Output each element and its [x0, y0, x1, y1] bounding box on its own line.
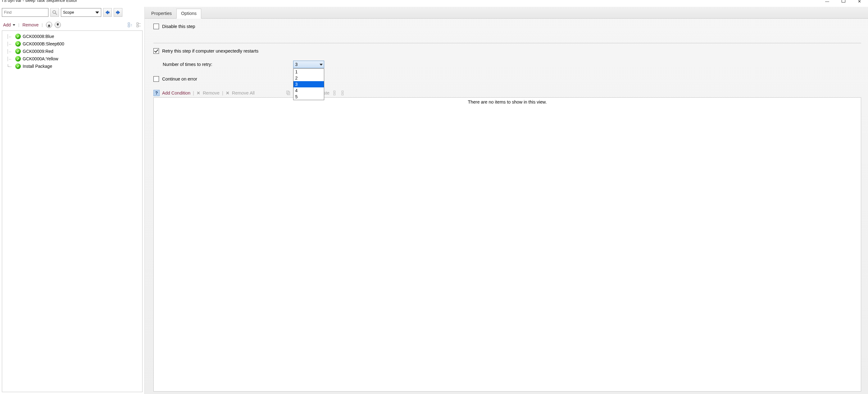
tree-connector-icon: └··· [6, 64, 15, 69]
dropdown-option[interactable]: 3 [293, 81, 324, 87]
scope-label: Scope [63, 10, 74, 15]
conditions-empty-text: There are no items to show in this view. [468, 100, 547, 105]
svg-rect-11 [334, 93, 335, 95]
tree-connector-icon: ┊··· [6, 42, 15, 46]
success-check-icon: ✓ [15, 56, 21, 62]
tree-connector-icon: ┊··· [6, 49, 15, 54]
tree-item-label: GCK00009:Red [23, 49, 54, 54]
retry-step-checkbox[interactable] [153, 48, 159, 54]
chevron-up-icon [48, 24, 50, 26]
x-icon: ✕ [196, 90, 201, 95]
add-condition-label: Add Condition [162, 90, 190, 95]
nav-forward-button[interactable] [114, 8, 122, 17]
scope-dropdown[interactable]: Scope [61, 8, 101, 17]
tree-item[interactable]: ┊··· ✓ GCK0000A:Yellow [3, 55, 141, 62]
chevron-down-icon [319, 64, 323, 66]
dropdown-option[interactable]: 5 [293, 93, 324, 100]
svg-rect-13 [342, 93, 343, 95]
remove-button[interactable]: Remove [22, 22, 38, 27]
separator: | [18, 23, 20, 27]
conditions-toolbar: ? Add Condition | ✕ Remove | ✕ Remove Al… [153, 90, 861, 96]
svg-rect-7 [287, 92, 290, 95]
continue-on-error-label: Continue on error [162, 77, 197, 82]
tree-item[interactable]: ┊··· ✓ GCK0000B:Sleep600 [3, 40, 141, 48]
chevron-down-icon [95, 11, 99, 14]
tab-properties[interactable]: Properties [147, 9, 176, 19]
tree-item[interactable]: └··· ✓ Install Package [3, 62, 141, 70]
chevron-down-icon [57, 24, 59, 26]
magnifier-icon [52, 10, 58, 15]
success-check-icon: ✓ [15, 63, 21, 69]
svg-rect-10 [334, 91, 335, 92]
collapse-all-button[interactable] [136, 22, 142, 28]
separator: | [192, 90, 195, 95]
expand-all-button[interactable] [127, 22, 133, 28]
tab-options[interactable]: Options [176, 9, 201, 19]
svg-rect-3 [128, 26, 129, 27]
tree-item[interactable]: ┊··· ✓ GCK00008:Blue [3, 33, 141, 40]
arrow-right-icon [115, 10, 121, 15]
success-check-icon: ✓ [15, 34, 21, 39]
tree-connector-icon: ┊··· [6, 57, 15, 61]
x-icon: ✕ [226, 90, 230, 95]
arrow-left-icon [105, 10, 110, 15]
add-condition-button[interactable]: Add Condition [162, 90, 190, 95]
step-tree[interactable]: ┊··· ✓ GCK00008:Blue ┊··· ✓ GCK0000B:Sle… [2, 30, 143, 392]
copy-icon [285, 90, 291, 96]
dropdown-option[interactable]: 4 [293, 87, 324, 93]
dropdown-option[interactable]: 2 [293, 75, 324, 81]
move-down-button[interactable] [55, 22, 61, 28]
minimize-button[interactable]: — [825, 0, 829, 4]
svg-point-0 [53, 10, 56, 13]
svg-rect-4 [137, 23, 138, 24]
options-form: Disable this step [153, 24, 861, 43]
svg-rect-12 [342, 91, 343, 92]
tree-collapse-icon [136, 22, 142, 28]
svg-line-1 [55, 13, 57, 15]
expand-all-icon[interactable] [333, 90, 339, 96]
right-pane: Properties Options Disable this step Ret… [145, 7, 868, 394]
svg-rect-2 [128, 23, 129, 24]
search-button[interactable] [50, 8, 59, 17]
retry-count-label: Number of times to retry: [163, 62, 231, 67]
success-check-icon: ✓ [15, 49, 21, 54]
tab-strip: Properties Options [145, 7, 868, 19]
disable-step-label: Disable this step [162, 24, 195, 29]
continue-on-error-checkbox[interactable] [153, 76, 159, 82]
add-button[interactable]: Add [3, 22, 15, 27]
maximize-button[interactable] [842, 0, 845, 4]
move-up-button[interactable] [46, 22, 52, 28]
remove-button-label: Remove [22, 22, 38, 27]
tree-item-label: Install Package [23, 64, 52, 69]
chevron-down-icon [13, 24, 15, 26]
separator: | [41, 23, 43, 27]
tree-connector-icon: ┊··· [6, 34, 15, 39]
dropdown-option[interactable]: 1 [293, 69, 324, 75]
tree-item-label: GCK0000A:Yellow [23, 56, 58, 61]
window-title: TS dyn var - sleep Task Sequence Editor [1, 0, 77, 3]
nav-back-button[interactable] [103, 8, 112, 17]
left-pane: x Scope Add [0, 7, 145, 394]
retry-count-dropdown-list[interactable]: 1 2 3 4 5 [293, 68, 324, 100]
tree-item-label: GCK0000B:Sleep600 [23, 41, 64, 46]
title-bar: TS dyn var - sleep Task Sequence Editor … [0, 0, 868, 7]
separator: | [221, 90, 224, 95]
tree-item[interactable]: ┊··· ✓ GCK00009:Red [3, 48, 141, 55]
close-button[interactable]: ✕ [858, 0, 861, 4]
tree-item-label: GCK00008:Blue [23, 34, 54, 39]
tree-expand-icon [127, 22, 133, 28]
retry-count-value: 3 [295, 62, 298, 67]
disable-step-checkbox[interactable] [153, 24, 159, 29]
remove-all-conditions-button[interactable]: Remove All [232, 90, 255, 95]
svg-rect-6 [287, 91, 289, 94]
success-check-icon: ✓ [15, 41, 21, 47]
add-button-label: Add [3, 22, 11, 27]
retry-step-label: Retry this step if computer unexpectedly… [162, 49, 258, 54]
conditions-list[interactable]: There are no items to show in this view. [153, 97, 861, 392]
find-input-field[interactable] [3, 10, 54, 15]
remove-condition-button[interactable]: Remove [203, 90, 220, 95]
collapse-all-icon[interactable] [341, 90, 347, 96]
find-input[interactable]: x [2, 8, 49, 17]
retry-count-dropdown[interactable]: 3 1 2 3 4 5 [293, 61, 324, 68]
help-icon[interactable]: ? [153, 90, 160, 96]
